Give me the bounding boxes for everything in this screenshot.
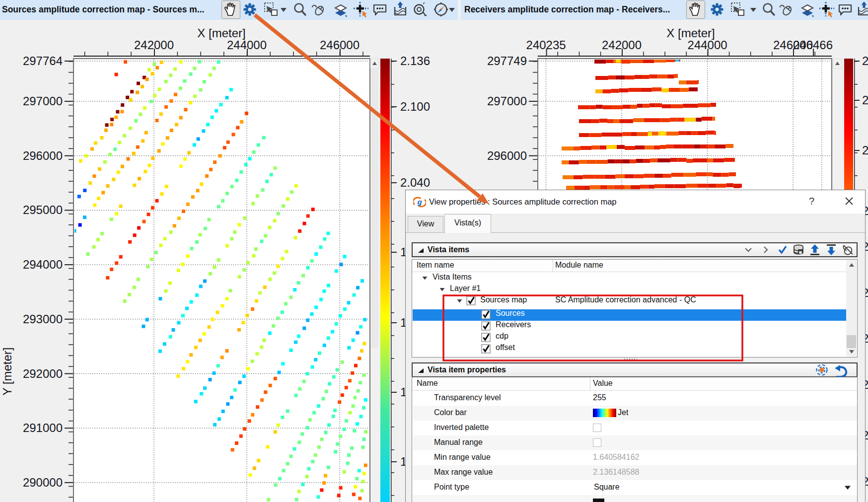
svg-text:246000: 246000 — [320, 38, 360, 52]
svg-text:297000: 297000 — [487, 94, 527, 108]
svg-text:244000: 244000 — [688, 38, 727, 52]
svg-text:242000: 242000 — [602, 38, 642, 52]
svg-text:240235: 240235 — [526, 38, 566, 52]
svg-text:296000: 296000 — [487, 149, 527, 162]
svg-text:2.611: 2.611 — [862, 93, 868, 107]
svg-text:294000: 294000 — [23, 258, 63, 271]
svg-text:2.136: 2.136 — [400, 54, 430, 68]
svg-text:242000: 242000 — [134, 38, 174, 52]
svg-text:244000: 244000 — [227, 38, 267, 52]
svg-text:2.100: 2.100 — [400, 100, 430, 113]
svg-text:291000: 291000 — [23, 421, 63, 434]
svg-text:297000: 297000 — [23, 94, 63, 108]
svg-text:290000: 290000 — [23, 476, 63, 489]
svg-text:X [meter]: X [meter] — [666, 26, 715, 40]
svg-text:297764: 297764 — [23, 54, 63, 68]
svg-text:293000: 293000 — [23, 312, 63, 326]
svg-text:246466: 246466 — [793, 38, 833, 52]
svg-text:292000: 292000 — [23, 367, 63, 380]
svg-text:2.040: 2.040 — [400, 176, 430, 189]
svg-text:295000: 295000 — [23, 203, 63, 216]
svg-text:296000: 296000 — [23, 149, 63, 162]
svg-text:Y [meter]: Y [meter] — [0, 348, 14, 396]
svg-text:X [meter]: X [meter] — [197, 26, 245, 40]
svg-text:g: g — [417, 198, 422, 206]
svg-text:2.611: 2.611 — [862, 54, 868, 68]
svg-text:297749: 297749 — [487, 54, 527, 68]
svg-text:2.611: 2.611 — [862, 143, 868, 157]
